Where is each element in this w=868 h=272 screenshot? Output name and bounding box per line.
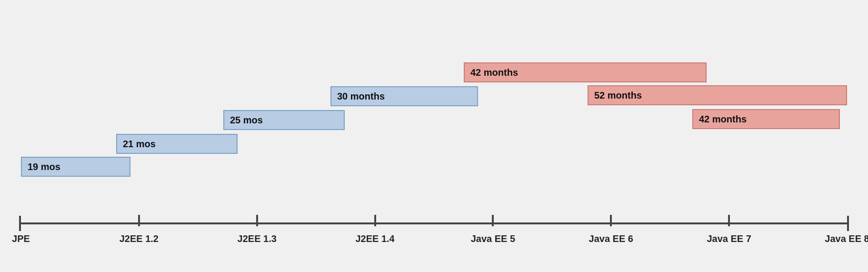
bar-j2ee13-j2ee14: 25 mos [223, 110, 345, 130]
timeline-tick-6 [728, 215, 730, 226]
bar-javaee5-javaee6: 42 months [464, 62, 707, 82]
timeline-tick-4 [492, 215, 494, 226]
timeline-tick-2 [256, 215, 258, 226]
timeline-tick-5 [610, 215, 612, 226]
timeline-label-6: Java EE 7 [707, 233, 751, 244]
timeline-label-7: Java EE 8 [825, 233, 868, 244]
timeline-label-2: J2EE 1.3 [238, 233, 277, 244]
bar-label-1: 19 mos [28, 161, 60, 172]
bar-jpe-j2ee12: 19 mos [21, 157, 130, 177]
bar-label-5: 42 months [470, 67, 518, 78]
chart-container: 19 mos 21 mos 25 mos 30 months 42 months… [0, 0, 868, 272]
timeline-axis [19, 222, 849, 224]
timeline-label-4: Java EE 5 [471, 233, 515, 244]
timeline-label-0: JPE [12, 233, 30, 244]
bar-label-2: 21 mos [123, 139, 156, 150]
timeline-label-5: Java EE 6 [589, 233, 633, 244]
bar-label-4: 30 months [337, 91, 385, 102]
bar-j2ee14-javaee5: 30 months [330, 86, 478, 106]
bar-javaee6-javaee7: 42 months [692, 109, 840, 129]
timeline-label-1: J2EE 1.2 [120, 233, 159, 244]
bar-javaee7-javaee8: 52 months [588, 85, 847, 105]
timeline-label-3: J2EE 1.4 [355, 233, 394, 244]
bar-label-3: 25 mos [230, 115, 263, 126]
timeline-tick-1 [138, 215, 140, 226]
bar-label-6: 42 months [699, 114, 747, 125]
bar-label-7: 52 months [594, 90, 642, 101]
timeline-tick-3 [374, 215, 376, 226]
bar-j2ee12-j2ee13: 21 mos [116, 134, 238, 154]
